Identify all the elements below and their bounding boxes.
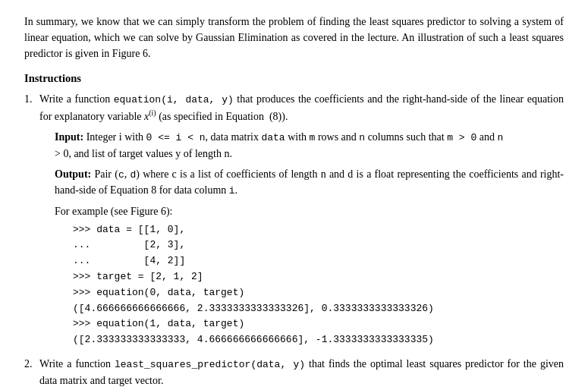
item1-output-block: Output: Pair (c, d) where c is a list of… — [39, 166, 564, 199]
instructions-list: 1. Write a function equation(i, data, y)… — [24, 91, 564, 390]
item1-code1: 0 <= i < n — [146, 132, 206, 143]
item1-output-text: Pair (c, d) where c is a list of coeffic… — [55, 168, 564, 197]
item1-code6: n — [497, 132, 503, 143]
item1-input-text: Integer i with 0 <= i < n, data matrix d… — [55, 131, 503, 159]
item1-out-code2: d — [130, 169, 136, 181]
code-line-5: >>> equation(0, data, target) — [73, 285, 564, 301]
item1-code4: n — [359, 132, 365, 143]
list-number-1: 1. — [24, 91, 33, 107]
code-line-4: >>> target = [2, 1, 2] — [73, 269, 564, 285]
instructions-title: Instructions — [24, 72, 564, 85]
item1-output-label: Output: — [55, 168, 91, 180]
item1-code5: m > 0 — [447, 132, 476, 143]
item1-out-code1: c — [118, 169, 124, 181]
item1-input-label: Input: — [55, 131, 83, 143]
list-item-1: 1. Write a function equation(i, data, y)… — [24, 91, 564, 348]
code-line-3: ... [4, 2]] — [73, 253, 564, 269]
list-number-2: 2. — [24, 356, 33, 372]
item1-superscript: (i) — [149, 109, 156, 118]
code-line-2: ... [2, 3], — [73, 237, 564, 253]
item1-out-code3: i — [229, 185, 235, 197]
code-line-8: ([2.333333333333333, 4.666666666666666],… — [73, 332, 564, 348]
item1-function-name: equation(i, data, y) — [114, 94, 234, 105]
item1-code3: m — [310, 132, 316, 143]
item1-code2: data — [261, 132, 285, 143]
item2-main-text: Write a function least_squares_predictor… — [39, 358, 564, 386]
item1-example-intro: For example (see Figure 6): — [39, 203, 564, 219]
list-item-2: 2. Write a function least_squares_predic… — [24, 356, 564, 390]
code-line-1: >>> data = [[1, 0], — [73, 222, 564, 238]
summary-paragraph: In summary, we know that we can simply t… — [24, 14, 564, 61]
item1-main-text: Write a function equation(i, data, y) th… — [39, 93, 564, 122]
item1-input-block: Input: Integer i with 0 <= i < n, data m… — [39, 129, 564, 162]
item2-function-name: least_squares_predictor(data, y) — [115, 359, 305, 370]
code-line-7: >>> equation(1, data, target) — [73, 316, 564, 332]
code-line-6: ([4.666666666666666, 2.3333333333333326]… — [73, 301, 564, 317]
item1-code-block: >>> data = [[1, 0], ... [2, 3], ... [4, … — [39, 222, 564, 348]
